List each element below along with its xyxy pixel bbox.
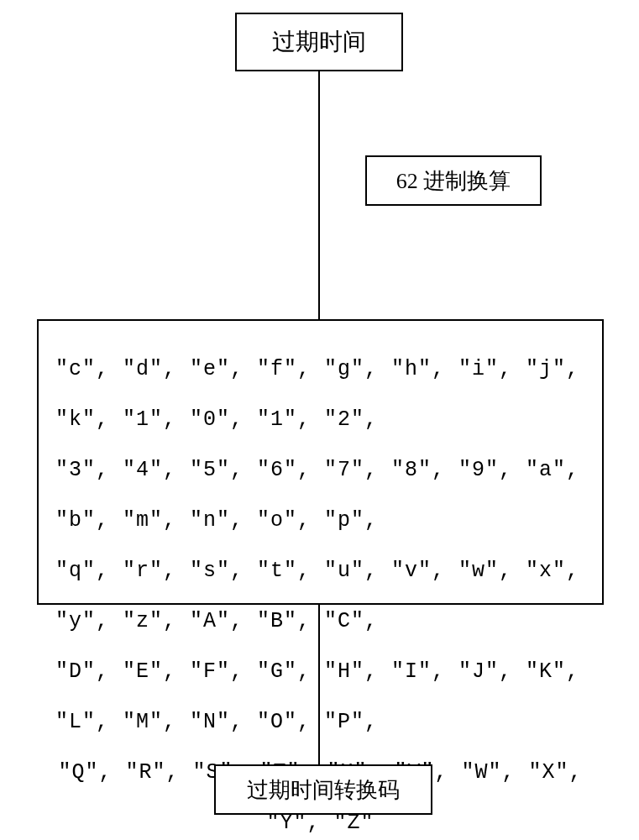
expiry-time-label: 过期时间 — [272, 26, 366, 58]
char-line-1: "c", "d", "e", "f", "g", "h", "i", "j", … — [55, 357, 579, 432]
character-mapping-box: "c", "d", "e", "f", "g", "h", "i", "j", … — [37, 319, 604, 605]
base62-convert-label: 62 进制换算 — [396, 166, 511, 196]
expiry-conversion-code-box: 过期时间转换码 — [214, 764, 432, 815]
expiry-conversion-code-label: 过期时间转换码 — [247, 775, 400, 805]
connector-line-top — [318, 71, 320, 319]
char-line-2: "3", "4", "5", "6", "7", "8", "9", "a", … — [55, 458, 579, 533]
expiry-time-box: 过期时间 — [235, 13, 403, 71]
base62-convert-box: 62 进制换算 — [365, 155, 542, 206]
connector-line-bottom — [318, 605, 320, 764]
